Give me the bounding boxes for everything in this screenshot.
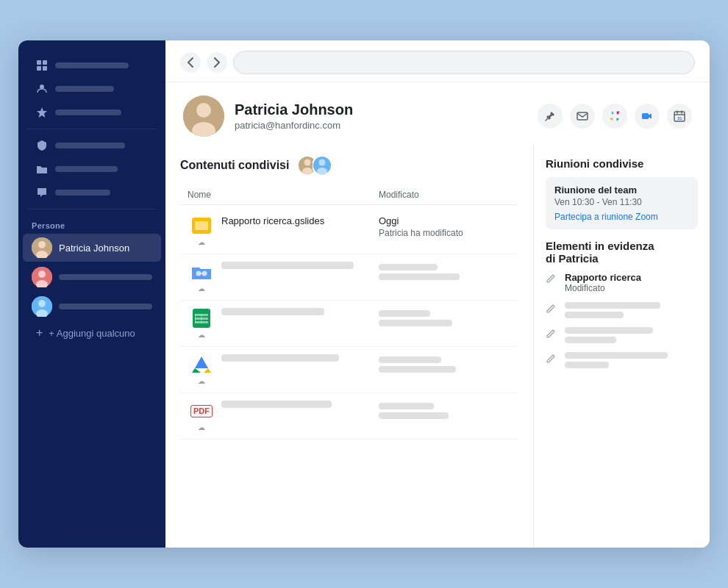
svg-point-32 <box>302 168 313 175</box>
search-input[interactable] <box>233 51 695 74</box>
folder-icon <box>36 163 48 175</box>
files-section: Contenuti condivisi <box>165 144 533 548</box>
svg-rect-27 <box>642 113 649 119</box>
sidebar-item-chat[interactable] <box>23 182 161 204</box>
svg-rect-45 <box>201 314 202 323</box>
modified-placeholder-3 <box>379 310 430 317</box>
top-bar <box>165 40 710 82</box>
file-row[interactable]: ☁ <box>180 301 518 347</box>
cloud-icon-5: ☁ <box>198 423 205 431</box>
svg-rect-1 <box>43 60 47 65</box>
sidebar-divider-1 <box>27 129 157 129</box>
svg-point-13 <box>38 300 46 307</box>
file-name-slides: Rapporto ricerca.gslides <box>215 215 379 226</box>
meetings-title: Riunioni condivise <box>546 157 698 170</box>
shield-icon <box>36 140 48 151</box>
slack-action-button[interactable] <box>602 104 627 129</box>
edit-icon-2 <box>546 304 559 317</box>
sidebar-label-folder <box>55 166 118 172</box>
svg-point-10 <box>38 270 46 278</box>
file-details-2 <box>215 262 379 269</box>
profile-name: Patricia Johnson <box>235 101 527 118</box>
sidebar-item-shield[interactable] <box>23 135 161 157</box>
file-name-placeholder-2 <box>221 262 354 269</box>
svg-rect-37 <box>195 221 208 230</box>
highlight-item <box>546 302 698 318</box>
person-icon <box>36 83 48 95</box>
pin-action-button[interactable] <box>538 104 563 129</box>
sidebar-item-folder[interactable] <box>23 158 161 180</box>
file-row[interactable]: PDF ☁ <box>180 393 518 440</box>
file-row[interactable]: ☁ <box>180 254 518 301</box>
svg-rect-18 <box>577 112 588 120</box>
file-name-placeholder-5 <box>221 401 332 408</box>
forward-button[interactable] <box>207 52 227 73</box>
sidebar-item-dashboard[interactable] <box>23 54 161 76</box>
sidebar-item-people[interactable] <box>23 78 161 100</box>
sidebar-person-3[interactable] <box>23 293 161 320</box>
avatar-patricia <box>32 237 52 258</box>
star-icon <box>36 107 48 118</box>
highlight-text-2 <box>565 302 698 318</box>
meeting-link[interactable]: Partecipa a riunione Zoom <box>554 212 689 222</box>
google-drive-icon <box>191 354 212 375</box>
edit-icon-1 <box>546 273 559 287</box>
highlight-sub-1: Modificato <box>565 283 698 293</box>
file-icon-wrapper-slides: ☁ <box>188 215 215 246</box>
highlight-placeholder-name-2 <box>565 302 660 309</box>
svg-point-4 <box>40 85 44 89</box>
slides-icon <box>191 215 212 236</box>
highlight-item: Rapporto ricerca Modificato <box>546 272 698 293</box>
sidebar-person-2[interactable] <box>23 263 161 291</box>
highlight-name-1: Rapporto ricerca <box>565 272 698 283</box>
modified-sub-placeholder-4 <box>379 366 456 373</box>
pdf-icon: PDF <box>191 401 212 421</box>
add-person-button[interactable]: + + Aggiungi qualcuno <box>23 323 161 343</box>
sidebar-section-people-label: Persone <box>18 214 165 233</box>
file-row[interactable]: ☁ <box>180 347 518 393</box>
meeting-name: Riunione del team <box>554 184 689 196</box>
sidebar-label-people <box>55 86 114 92</box>
meeting-time: Ven 10:30 - Ven 11:30 <box>554 197 689 207</box>
shared-content-title: Contenuti condivisi <box>180 159 289 172</box>
col-name-header: Nome <box>188 190 379 200</box>
calendar-action-button[interactable]: 31 <box>667 104 692 129</box>
avatar-person-3 <box>32 296 52 317</box>
profile-info: Patricia Johnson patricia@hanfordinc.com <box>235 101 527 131</box>
sidebar-person-name-patricia: Patricia Johnson <box>59 243 129 254</box>
sidebar-item-favorites[interactable] <box>23 101 161 123</box>
avatar-person-2 <box>32 267 52 287</box>
sidebar-label-chat <box>55 190 110 196</box>
cloud-icon-2: ☁ <box>198 284 205 293</box>
profile-email: patricia@hanfordinc.com <box>235 120 527 131</box>
file-icon-wrapper-sheets: ☁ <box>188 308 215 339</box>
file-details-3 <box>215 308 379 315</box>
sidebar-person-label-2 <box>59 274 152 280</box>
highlight-placeholder-name-4 <box>565 352 668 359</box>
file-name-placeholder-3 <box>221 308 324 315</box>
profile-actions: 31 <box>538 104 692 129</box>
meeting-card: Riunione del team Ven 10:30 - Ven 11:30 … <box>546 177 698 229</box>
file-row[interactable]: ☁ Rapporto ricerca.gslides Oggi Patricia… <box>180 208 518 254</box>
svg-rect-2 <box>37 66 41 71</box>
svg-rect-22 <box>617 118 618 121</box>
svg-rect-44 <box>195 314 196 323</box>
sidebar-person-patricia[interactable]: Patricia Johnson <box>23 234 161 262</box>
back-button[interactable] <box>180 52 201 73</box>
highlight-placeholder-sub-2 <box>565 312 624 318</box>
svg-rect-20 <box>612 112 613 115</box>
file-details-5 <box>215 401 379 408</box>
highlight-placeholder-sub-4 <box>565 362 609 368</box>
mail-action-button[interactable] <box>570 104 595 129</box>
svg-marker-5 <box>37 107 47 118</box>
file-details-4 <box>215 354 379 362</box>
main-content: Patricia Johnson patricia@hanfordinc.com <box>165 40 710 548</box>
sidebar-divider-2 <box>27 209 157 209</box>
modified-placeholder-4 <box>379 356 441 363</box>
highlight-text-4 <box>565 352 698 368</box>
drive-folder-icon <box>191 262 212 282</box>
cloud-icon-3: ☁ <box>198 331 205 339</box>
file-modified-3 <box>379 308 511 326</box>
zoom-action-button[interactable] <box>635 104 660 129</box>
file-modified-slides: Oggi Patricia ha modificato <box>379 215 511 238</box>
